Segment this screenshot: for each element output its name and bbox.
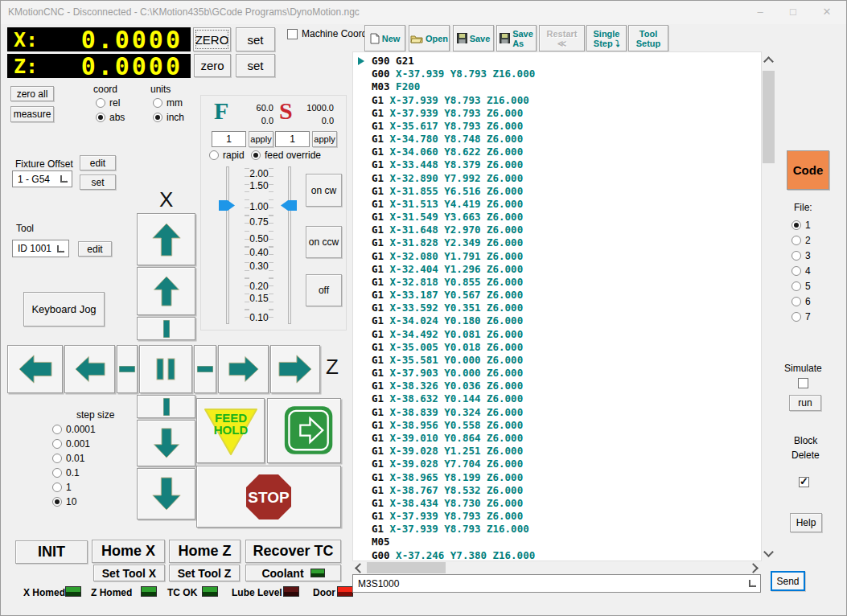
code-button[interactable]: Code <box>787 150 829 190</box>
feedrate-input[interactable] <box>212 131 246 147</box>
coolant-button[interactable]: Coolant <box>245 565 341 581</box>
gcode-line[interactable]: G1 X-37.939 Y8.793 Z6.000 <box>372 510 761 523</box>
scroll-right-icon[interactable] <box>748 563 759 573</box>
maximize-button[interactable]: □ <box>778 1 808 23</box>
gcode-line[interactable]: G1 X-31.648 Y2.970 Z6.000 <box>372 224 761 236</box>
measure-button[interactable]: measure <box>10 106 54 122</box>
units-inch-option[interactable]: inch <box>153 112 184 123</box>
jog-z-minus-fast-button[interactable] <box>7 345 63 393</box>
gcode-line[interactable]: G1 X-37.939 Y8.793 Z6.000 <box>372 107 761 120</box>
step-radio[interactable] <box>52 483 62 492</box>
feed-override-slider-track[interactable] <box>226 166 229 324</box>
tool-select[interactable]: ID 1001 ⌄ <box>12 240 69 257</box>
send-button[interactable]: Send <box>771 571 805 591</box>
gcode-editor[interactable]: G90 G21G00 X-37.939 Y8.793 Z16.000M03 F2… <box>352 51 762 561</box>
single-step-button[interactable]: Single Step ⤵ <box>586 25 627 51</box>
block-delete-checkbox[interactable] <box>799 477 809 487</box>
scroll-left-icon[interactable] <box>355 563 365 573</box>
gcode-line[interactable]: G1 X-38.956 Y0.558 Z6.000 <box>372 419 761 432</box>
set-tool-z-button[interactable]: Set Tool Z <box>169 565 240 581</box>
tool-edit-button[interactable]: edit <box>78 241 112 257</box>
gcode-line[interactable]: G1 X-31.828 Y2.349 Z6.000 <box>372 236 761 249</box>
z-set-button[interactable]: set <box>236 54 275 77</box>
spindle-speed-input[interactable] <box>275 131 310 147</box>
hscrollbar-thumb[interactable] <box>367 562 446 573</box>
gcode-line[interactable]: M03 F200 <box>372 80 761 93</box>
file-radio[interactable] <box>791 312 801 322</box>
file-radio[interactable] <box>791 251 801 261</box>
feedrate-apply-button[interactable]: apply <box>249 131 273 147</box>
gcode-line[interactable]: G1 X-39.010 Y0.864 Z6.000 <box>372 432 761 445</box>
gcode-line[interactable]: G90 G21 <box>372 55 761 68</box>
run-button[interactable]: run <box>789 395 821 411</box>
file-6-option[interactable]: 6 <box>791 296 811 307</box>
jog-z-minus-step-button[interactable] <box>117 345 138 393</box>
gcode-line[interactable]: G1 X-32.404 Y1.296 Z6.000 <box>372 263 761 276</box>
inch-radio[interactable] <box>153 113 162 122</box>
gcode-line[interactable]: G1 X-31.549 Y3.663 Z6.000 <box>372 211 761 224</box>
gcode-line[interactable]: G1 X-38.434 Y8.730 Z6.000 <box>372 497 761 510</box>
step-0.1-option[interactable]: 0.1 <box>52 467 80 478</box>
file-1-option[interactable]: 1 <box>791 220 811 231</box>
gcode-line[interactable]: G1 X-38.767 Y8.532 Z6.000 <box>372 484 761 497</box>
save-as-button[interactable]: SaveAs <box>496 25 537 51</box>
gcode-line[interactable]: G1 X-38.632 Y0.144 Z6.000 <box>372 392 761 405</box>
coord-rel-option[interactable]: rel <box>96 97 120 109</box>
file-radio[interactable] <box>791 220 801 230</box>
spindle-on-cw-button[interactable]: on cw <box>306 174 342 207</box>
gcode-hscrollbar[interactable] <box>352 562 762 573</box>
jog-pause-button[interactable] <box>139 345 192 393</box>
gcode-line[interactable]: G1 X-37.939 Y8.793 Z16.000 <box>372 523 761 536</box>
machine-coord-option[interactable]: Machine Coord <box>287 28 367 39</box>
step-10-option[interactable]: 10 <box>52 496 76 507</box>
gcode-line[interactable]: G1 X-31.513 Y4.419 Z6.000 <box>372 198 761 211</box>
step-radio[interactable] <box>52 425 62 434</box>
close-button[interactable]: ✕ <box>812 1 842 23</box>
gcode-line[interactable]: G00 X-37.939 Y8.793 Z16.000 <box>372 68 761 80</box>
gcode-line[interactable]: G1 X-32.818 Y0.855 Z6.000 <box>372 276 761 289</box>
gcode-line[interactable]: G1 X-34.024 Y0.180 Z6.000 <box>372 314 761 327</box>
help-button[interactable]: Help <box>790 513 822 532</box>
z-zero-button[interactable]: zero <box>194 54 231 77</box>
jog-z-plus-step-button[interactable] <box>194 345 216 393</box>
mm-radio[interactable] <box>153 98 162 108</box>
simulate-checkbox[interactable] <box>798 378 808 388</box>
vscrollbar-thumb[interactable] <box>763 71 775 163</box>
home-x-button[interactable]: Home X <box>92 540 165 563</box>
jog-z-minus-button[interactable] <box>64 345 115 393</box>
feed-override-radio[interactable] <box>251 150 261 160</box>
cycle-start-button[interactable] <box>267 398 341 463</box>
spindle-on-ccw-button[interactable]: on ccw <box>306 226 342 258</box>
machine-coord-checkbox[interactable] <box>287 29 298 39</box>
step-radio[interactable] <box>52 468 62 478</box>
spindle-apply-button[interactable]: apply <box>312 131 337 147</box>
file-radio[interactable] <box>791 281 801 291</box>
gcode-line[interactable]: G1 X-33.592 Y0.351 Z6.000 <box>372 302 761 314</box>
recover-tc-button[interactable]: Recover TC <box>245 540 341 563</box>
spindle-override-slider-thumb[interactable] <box>281 200 297 211</box>
gcode-line[interactable]: G1 X-38.326 Y0.036 Z6.000 <box>372 380 761 392</box>
jog-x-minus-fast-button[interactable] <box>137 468 195 519</box>
gcode-line[interactable]: G1 X-32.890 Y7.992 Z6.000 <box>372 172 761 185</box>
jog-x-plus-fast-button[interactable] <box>137 213 195 265</box>
gcode-vscrollbar[interactable] <box>762 51 775 561</box>
gcode-line[interactable]: G1 X-31.855 Y6.516 Z6.000 <box>372 185 761 198</box>
stop-button[interactable]: STOP <box>196 466 341 528</box>
gcode-line[interactable]: G1 X-32.080 Y1.791 Z6.000 <box>372 250 761 263</box>
scroll-up-icon[interactable] <box>763 56 774 67</box>
step-radio[interactable] <box>52 439 62 449</box>
gcode-line[interactable]: G1 X-35.005 Y0.018 Z6.000 <box>372 341 761 354</box>
keyboard-jog-button[interactable]: Keyboard Jog <box>23 292 105 326</box>
gcode-line[interactable]: G1 X-38.839 Y0.324 Z6.000 <box>372 406 761 419</box>
new-file-button[interactable]: New <box>364 25 405 51</box>
init-button[interactable]: INIT <box>15 540 88 564</box>
fixture-set-button[interactable]: set <box>80 175 116 190</box>
gcode-line[interactable]: G1 X-37.903 Y0.000 Z6.000 <box>372 367 761 380</box>
gcode-line[interactable]: G1 X-39.028 Y7.704 Z6.000 <box>372 458 761 470</box>
feed-override-option[interactable]: feed override <box>251 150 321 161</box>
step-radio[interactable] <box>52 454 62 463</box>
file-2-option[interactable]: 2 <box>791 235 811 246</box>
gcode-line[interactable]: G1 X-34.780 Y8.748 Z6.000 <box>372 133 761 146</box>
feed-override-slider-thumb[interactable] <box>219 200 235 211</box>
fixture-edit-button[interactable]: edit <box>80 155 116 170</box>
